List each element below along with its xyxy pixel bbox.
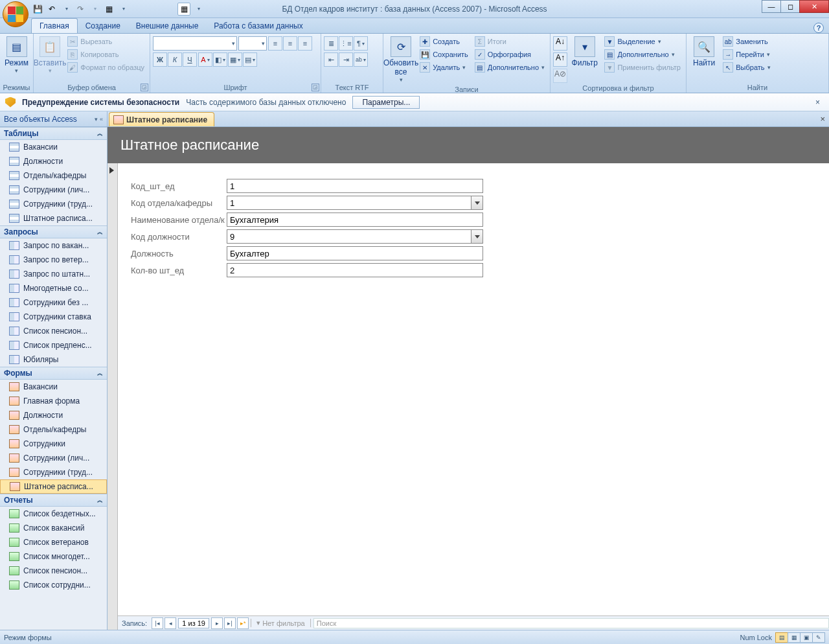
nav-item[interactable]: Список ветеранов [0, 535, 107, 549]
datasheet-dropdown[interactable] [192, 3, 205, 16]
nav-header[interactable]: Все объекты Access▾ « [0, 111, 107, 127]
tab-external[interactable]: Внешние данные [128, 19, 207, 33]
undo-icon[interactable]: ↶ [45, 3, 58, 16]
selection-filter[interactable]: ▼Выделение ▾ [602, 35, 683, 48]
recnav-prev[interactable]: ◂ [165, 617, 176, 629]
new-record[interactable]: ✚Создать [417, 35, 471, 48]
record-selector[interactable] [108, 163, 118, 630]
paste-button[interactable]: 📋Вставить▾ [36, 35, 63, 75]
input-kod-sht[interactable] [227, 179, 483, 193]
view-button[interactable]: ▤Режим▾ [3, 35, 30, 75]
doc-close-button[interactable]: × [820, 114, 825, 124]
altrow-icon[interactable]: ▤ [243, 52, 257, 67]
nav-item[interactable]: Многодетные со... [0, 281, 107, 295]
nav-item[interactable]: Сотрудники (лич... [0, 451, 107, 465]
nav-item[interactable]: Отделы/кафедры [0, 168, 107, 183]
font-name-combo[interactable]: ▾ [153, 36, 237, 51]
align-right-icon[interactable]: ≡ [298, 36, 312, 51]
recnav-search[interactable] [313, 618, 829, 628]
input-naim[interactable] [227, 213, 483, 227]
filter-button[interactable]: ▾Фильтр [569, 35, 600, 69]
nav-group-queries[interactable]: Запросы︽ [0, 225, 107, 238]
input-kod-otd[interactable] [227, 196, 471, 209]
nav-group-forms[interactable]: Формы︽ [0, 367, 107, 380]
advanced-filter[interactable]: ▤Дополнительно ▾ [602, 48, 683, 61]
nav-item[interactable]: Список многодет... [0, 549, 107, 564]
refresh-button[interactable]: ⟳Обновить все▾ [386, 35, 416, 84]
input-kolvo[interactable] [227, 263, 483, 277]
recnav-first[interactable]: |◂ [152, 617, 163, 629]
input-dol[interactable] [227, 246, 483, 260]
nav-item[interactable]: Сотрудники (труд... [0, 197, 107, 211]
nav-item[interactable]: Запрос по вакан... [0, 238, 107, 253]
nav-item[interactable]: Список предпенс... [0, 338, 107, 352]
redo-dropdown[interactable] [88, 3, 101, 16]
recnav-last[interactable]: ▸| [224, 617, 236, 629]
cut-button[interactable]: ✂Вырезать [65, 35, 147, 48]
font-size-combo[interactable]: ▾ [238, 36, 267, 51]
redo-icon[interactable]: ↷ [74, 3, 87, 16]
form-view-button[interactable]: ▤ [775, 632, 788, 643]
toggle-filter[interactable]: ▼Применить фильтр [602, 61, 683, 74]
select-button[interactable]: ↖Выбрать ▾ [720, 61, 773, 74]
nav-item[interactable]: Список сотрудни... [0, 578, 107, 592]
combo-kod-dol[interactable] [227, 229, 483, 244]
save-record[interactable]: 💾Сохранить [417, 48, 471, 61]
underline-icon[interactable]: Ч [183, 52, 197, 67]
nav-group-tables[interactable]: Таблицы︽ [0, 127, 107, 140]
layout-view-button[interactable]: ▣ [800, 632, 813, 643]
gridlines-icon[interactable]: ▦ [228, 52, 242, 67]
nav-item[interactable]: Должности [0, 154, 107, 168]
tab-home[interactable]: Главная [31, 18, 78, 33]
sort-desc-icon[interactable]: A↑ [553, 52, 567, 67]
qat-customize[interactable] [117, 3, 130, 16]
close-button[interactable]: ✕ [799, 0, 829, 13]
bold-icon[interactable]: Ж [153, 52, 167, 67]
delete-record[interactable]: ✕Удалить ▾ [417, 61, 471, 74]
replace-button[interactable]: abЗаменить [720, 35, 773, 48]
indent-icon[interactable]: ⇥ [339, 52, 353, 67]
datasheet-icon[interactable]: ▦ [177, 3, 190, 16]
undo-dropdown[interactable] [60, 3, 73, 16]
highlight-icon[interactable]: ab [354, 52, 368, 67]
tab-dbtools[interactable]: Работа с базами данных [206, 19, 310, 33]
nav-item[interactable]: Запрос по ветер... [0, 253, 107, 267]
bullist-icon[interactable]: ⋮≡ [339, 36, 353, 51]
more-button[interactable]: ▤Дополнительно ▾ [472, 61, 547, 74]
input-kod-dol[interactable] [227, 230, 471, 243]
help-icon[interactable]: ? [813, 23, 824, 33]
nav-item[interactable]: Сотрудники ставка [0, 310, 107, 324]
format-painter[interactable]: 🖌Формат по образцу [65, 61, 147, 74]
numlist-icon[interactable]: ≣ [324, 36, 338, 51]
align-left-icon[interactable]: ≡ [268, 36, 282, 51]
nav-item[interactable]: Список вакансий [0, 521, 107, 535]
nav-item[interactable]: Список пенсион... [0, 564, 107, 578]
nav-item[interactable]: Запрос по штатн... [0, 267, 107, 281]
nav-item[interactable]: Штатное расписа... [0, 479, 107, 494]
totals-button[interactable]: ΣИтоги [472, 35, 547, 48]
nav-item[interactable]: Сотрудники (труд... [0, 465, 107, 479]
doc-tab-active[interactable]: Штатное расписание [109, 112, 214, 126]
find-button[interactable]: 🔍Найти [689, 35, 719, 69]
clipboard-launcher[interactable]: ◲ [141, 84, 148, 91]
nav-item[interactable]: Штатное расписа... [0, 211, 107, 225]
nav-item[interactable]: Сотрудники (лич... [0, 183, 107, 197]
copy-button[interactable]: ⎘Копировать [65, 48, 147, 61]
dropdown-button[interactable] [471, 196, 483, 209]
goto-button[interactable]: →Перейти ▾ [720, 48, 773, 61]
nav-item[interactable]: Юбиляры [0, 352, 107, 367]
minimize-button[interactable]: — [762, 0, 781, 13]
combo-kod-otd[interactable] [227, 196, 483, 210]
recnav-new[interactable]: ▸* [237, 617, 249, 629]
nav-item[interactable]: Вакансии [0, 140, 107, 154]
nav-item[interactable]: Должности [0, 408, 107, 422]
nav-item[interactable]: Главная форма [0, 394, 107, 408]
save-icon[interactable]: 💾 [31, 3, 44, 16]
align-center-icon[interactable]: ≡ [283, 36, 297, 51]
dropdown-button-2[interactable] [471, 230, 483, 243]
design-view-button[interactable]: ✎ [812, 632, 825, 643]
tab-create[interactable]: Создание [78, 19, 128, 33]
security-close[interactable]: × [812, 98, 824, 107]
nav-item[interactable]: Отделы/кафедры [0, 422, 107, 437]
dedent-icon[interactable]: ⇤ [324, 52, 338, 67]
